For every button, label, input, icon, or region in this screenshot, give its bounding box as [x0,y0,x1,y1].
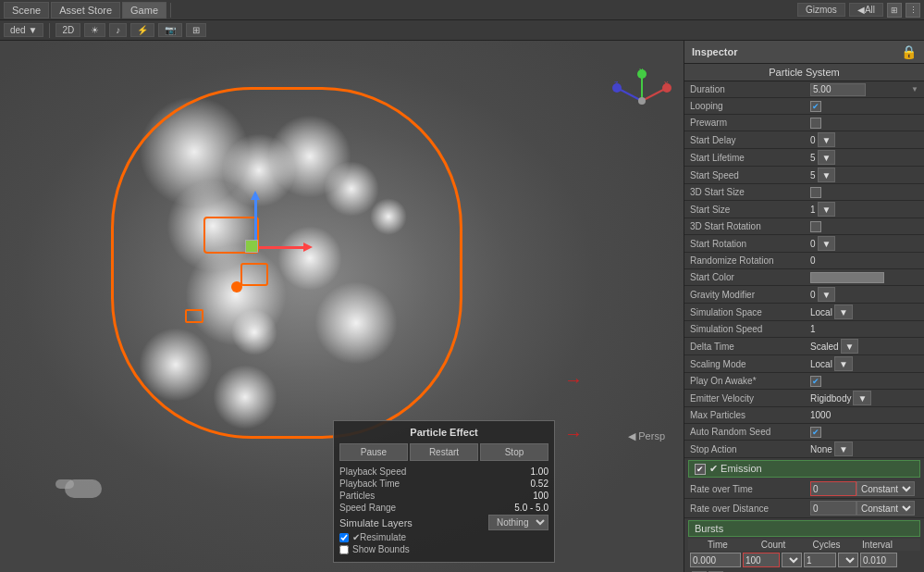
stop-button[interactable]: Stop [480,443,548,461]
x-axis [259,246,305,249]
more-options-button[interactable]: ⋮ [906,3,920,18]
start-rotation-value: 0 [810,239,816,249]
start-rotation-label: Start Rotation [690,239,810,249]
simulation-speed-label: Simulation Speed [690,324,810,334]
2d-button[interactable]: 2D [55,23,80,37]
3d-start-rotation-row: 3D Start Rotation [684,218,924,235]
gravity-modifier-dropdown[interactable]: ▼ [818,287,836,302]
start-delay-dropdown[interactable]: ▼ [818,132,836,147]
prewarm-checkbox[interactable] [810,118,821,129]
burst-time-input[interactable] [690,553,741,567]
svg-line-3 [642,89,665,101]
3d-start-size-checkbox[interactable] [810,187,821,198]
fx-toggle[interactable]: ⚡ [130,23,154,37]
randomize-rotation-label: Randomize Rotation [690,255,810,266]
gravity-modifier-label: Gravity Modifier [690,290,810,300]
restart-button[interactable]: Restart [410,443,478,461]
burst-interval-input[interactable] [860,553,897,567]
pivot-dot [231,281,242,292]
maximize-button[interactable]: ⊞ [887,3,902,18]
show-bounds-checkbox[interactable] [339,545,349,554]
emitter-velocity-row: Emitter Velocity Rigidbody ▼ [684,390,924,407]
start-size-dropdown[interactable]: ▼ [818,202,836,217]
duration-row: Duration ▼ [684,81,924,98]
burst-count-input[interactable] [743,553,780,567]
emission-section-header[interactable]: ✔ ✔ Emission [688,460,920,478]
looping-checkbox[interactable]: ✔ [810,101,821,112]
3d-start-rotation-checkbox[interactable] [810,221,821,232]
scene-view[interactable]: y x z ◀ Persp → → [0,41,684,572]
grid-toggle[interactable]: ⊞ [186,23,206,37]
particle-selection-outline [111,87,462,439]
simulation-speed-row: Simulation Speed 1 [684,321,924,338]
gizmos-button[interactable]: Gizmos [797,3,845,17]
svg-text:x: x [664,79,669,88]
randomize-rotation-row: Randomize Rotation 0 [684,253,924,269]
lighting-toggle[interactable]: ☀ [84,23,105,37]
bursts-table: Time Count Cycles Interval ▼ ▼ + − [688,539,920,572]
start-speed-dropdown[interactable]: ▼ [818,168,836,182]
center-cube [245,240,258,253]
play-on-awake-row: Play On Awake* ✔ [684,373,924,390]
orange-rect2 [240,263,268,286]
pause-button[interactable]: Pause [339,443,408,461]
resimulate-checkbox[interactable] [339,533,349,542]
start-delay-label: Start Delay [690,135,810,145]
emission-checkbox[interactable]: ✔ [695,464,706,475]
simulate-layers-label: Simulate Layers [339,517,413,528]
duration-label: Duration [690,84,810,94]
gravity-modifier-value: 0 [810,290,816,300]
duration-more-icon[interactable]: ▼ [911,85,918,93]
bursts-section-header[interactable]: Bursts [688,520,920,537]
burst-count-col-header: Count [745,540,801,550]
burst-time-col-header: Time [690,540,745,550]
stop-action-row: Stop Action None ▼ [684,441,924,458]
scaling-mode-dropdown[interactable]: ▼ [834,356,853,371]
particle-panel: Particle Effect Pause Restart Stop Playb… [333,420,555,563]
rate-over-time-row: Rate over Time Constant [684,479,924,499]
stop-action-dropdown[interactable]: ▼ [834,441,853,456]
emitter-velocity-dropdown[interactable]: ▼ [853,391,871,405]
tab-asset-store[interactable]: Asset Store [51,2,120,19]
red-arrow-emission: → [564,369,583,391]
speed-range-label: Speed Range [339,503,396,513]
rate-over-distance-dropdown[interactable]: Constant [856,501,915,516]
start-lifetime-label: Start Lifetime [690,153,810,163]
simulation-speed-value: 1 [810,324,816,334]
burst-cycles-col-header: Cycles [801,540,852,550]
tab-scene[interactable]: Scene [4,2,49,19]
layout-dropdown[interactable]: ded ▼ [4,23,43,37]
start-lifetime-dropdown[interactable]: ▼ [818,150,836,165]
delta-time-dropdown[interactable]: ▼ [841,339,859,354]
emitter-velocity-label: Emitter Velocity [690,393,810,404]
3d-start-rotation-label: 3D Start Rotation [690,221,810,231]
start-color-swatch[interactable] [810,272,884,283]
scaling-mode-row: Scaling Mode Local ▼ [684,355,924,373]
tab-game[interactable]: Game [122,2,166,19]
start-speed-row: Start Speed 5 ▼ [684,167,924,184]
rate-over-time-input[interactable] [810,481,856,496]
start-rotation-row: Start Rotation 0 ▼ [684,235,924,253]
audio-toggle[interactable]: ♪ [109,23,127,37]
rate-over-distance-input[interactable] [810,501,856,516]
simulate-layers-dropdown[interactable]: Nothing [488,515,548,530]
cam-toggle[interactable]: 📷 [158,23,182,37]
scene-gizmo[interactable]: y x z [610,68,674,133]
persp-label: ◀ Persp [628,430,665,442]
emission-label: ✔ Emission [709,463,762,475]
burst-cycles-input[interactable] [804,553,836,567]
auto-random-seed-checkbox[interactable]: ✔ [810,427,821,438]
simulation-space-dropdown[interactable]: ▼ [834,305,853,319]
all-button[interactable]: ◀All [849,3,883,17]
start-rotation-dropdown[interactable]: ▼ [818,236,836,251]
inspector-lock-icon[interactable]: 🔒 [901,44,917,59]
burst-cycles-dropdown[interactable]: ▼ [838,553,858,567]
burst-count-dropdown[interactable]: ▼ [782,553,802,567]
svg-text:z: z [614,79,619,88]
duration-input[interactable] [810,83,866,96]
rate-over-time-dropdown[interactable]: Constant [856,481,915,496]
3d-start-size-row: 3D Start Size [684,184,924,201]
play-on-awake-checkbox[interactable]: ✔ [810,376,821,387]
playback-speed-value: 1.00 [531,466,548,477]
start-color-row: Start Color [684,269,924,286]
